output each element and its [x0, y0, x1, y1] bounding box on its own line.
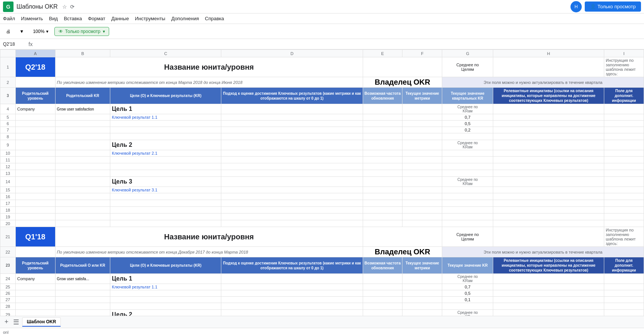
history-icon[interactable]: ⟳ — [70, 4, 75, 10]
cell-e27[interactable] — [363, 297, 402, 303]
unit-title-q2[interactable]: Название юнита/уровня — [55, 57, 363, 77]
cell-a6[interactable] — [15, 121, 55, 127]
cell-c9[interactable]: Цель 2 — [110, 140, 221, 150]
cell-f24[interactable] — [402, 274, 442, 284]
cell-i9[interactable] — [604, 140, 644, 150]
cell-g5[interactable]: 0,7 — [442, 114, 493, 121]
cell-a15[interactable] — [15, 187, 55, 193]
cell-b26[interactable] — [55, 290, 110, 297]
cell-f5[interactable] — [402, 114, 442, 121]
cell-e5[interactable] — [363, 114, 402, 121]
cell-b15[interactable] — [55, 187, 110, 193]
cell-b27[interactable] — [55, 297, 110, 303]
cell-d26[interactable] — [221, 290, 363, 297]
cell-b25[interactable] — [55, 284, 110, 290]
cell-h26[interactable] — [493, 290, 604, 297]
cell-i27[interactable] — [604, 297, 644, 303]
cell-c15[interactable]: Ключевой результат 3.1 — [110, 187, 221, 193]
cell-e15[interactable] — [363, 187, 402, 193]
cell-h10[interactable] — [493, 150, 604, 157]
cell-g27[interactable]: 0,1 — [442, 297, 493, 303]
cell-i8[interactable] — [604, 133, 644, 140]
cell-c7[interactable] — [110, 127, 221, 133]
cell-d25[interactable] — [221, 284, 363, 290]
cell-f9[interactable] — [402, 140, 442, 150]
cell-f26[interactable] — [402, 290, 442, 297]
cell-h24[interactable] — [493, 274, 604, 284]
cell-b10[interactable] — [55, 150, 110, 157]
cell-b6[interactable] — [55, 121, 110, 127]
cell-e9[interactable] — [363, 140, 402, 150]
cell-h15[interactable] — [493, 187, 604, 193]
cell-f6[interactable] — [402, 121, 442, 127]
quarter-label-q2[interactable]: Q2'18 — [15, 57, 55, 77]
cell-f14[interactable] — [402, 177, 442, 187]
cell-d9[interactable] — [221, 140, 363, 150]
unit-title-q1[interactable]: Название юнита/уровня — [55, 227, 363, 247]
cell-i4[interactable] — [604, 104, 644, 114]
col-c-header[interactable]: C — [110, 50, 221, 57]
cell-c25[interactable]: Ключевой результат 1.1 — [110, 284, 221, 290]
cell-c24[interactable]: Цель 1 — [110, 274, 221, 284]
cell-b7[interactable] — [55, 127, 110, 133]
cell-e7[interactable] — [363, 127, 402, 133]
col-d-header[interactable]: D — [221, 50, 363, 57]
cell-h4[interactable] — [493, 104, 604, 114]
cell-e6[interactable] — [363, 121, 402, 127]
cell-f15[interactable] — [402, 187, 442, 193]
cell-i5[interactable] — [604, 114, 644, 121]
menu-insert[interactable]: Вставка — [64, 16, 82, 21]
cell-e26[interactable] — [363, 290, 402, 297]
cell-g15[interactable] — [442, 187, 493, 193]
cell-i24[interactable] — [604, 274, 644, 284]
share-button[interactable]: 👤 Только просмотр — [585, 1, 641, 12]
cell-i14[interactable] — [604, 177, 644, 187]
cell-i15[interactable] — [604, 187, 644, 193]
col-h-header[interactable]: H — [493, 50, 604, 57]
cell-a10[interactable] — [15, 150, 55, 157]
cell-h8[interactable] — [493, 133, 604, 140]
menu-help[interactable]: Справка — [205, 16, 224, 21]
cell-e8[interactable] — [363, 133, 402, 140]
cell-h7[interactable] — [493, 127, 604, 133]
cell-i25[interactable] — [604, 284, 644, 290]
menu-addons[interactable]: Дополнения — [171, 16, 199, 21]
menu-data[interactable]: Данные — [111, 16, 129, 21]
cell-h25[interactable] — [493, 284, 604, 290]
cell-d4[interactable] — [221, 104, 363, 114]
cell-g6[interactable]: 0,5 — [442, 121, 493, 127]
cell-h14[interactable] — [493, 177, 604, 187]
cell-f10[interactable] — [402, 150, 442, 157]
cell-b9[interactable] — [55, 140, 110, 150]
cell-c5[interactable]: Ключевой результат 1.1 — [110, 114, 221, 121]
cell-f4[interactable] — [402, 104, 442, 114]
cell-c27[interactable] — [110, 297, 221, 303]
cell-c6[interactable] — [110, 121, 221, 127]
sheet-tab-okr[interactable]: Шаблон OKR — [22, 317, 61, 327]
cell-f7[interactable] — [402, 127, 442, 133]
cell-a25[interactable] — [15, 284, 55, 290]
cell-c14[interactable]: Цель 3 — [110, 177, 221, 187]
cell-g10[interactable] — [442, 150, 493, 157]
cell-d7[interactable] — [221, 127, 363, 133]
filter-button[interactable]: ▼ — [17, 27, 27, 36]
cell-d8[interactable] — [221, 133, 363, 140]
col-a-header[interactable]: A — [15, 50, 55, 57]
col-i-header[interactable]: I — [604, 50, 644, 57]
menu-format[interactable]: Формат — [88, 16, 105, 21]
cell-b14[interactable] — [55, 177, 110, 187]
cell-f27[interactable] — [402, 297, 442, 303]
cell-d5[interactable] — [221, 114, 363, 121]
cell-d6[interactable] — [221, 121, 363, 127]
owner-title-q1[interactable]: Владелец OKR — [363, 247, 442, 257]
menu-sheet-button[interactable]: ☰ — [12, 318, 21, 326]
cell-d24[interactable] — [221, 274, 363, 284]
menu-edit[interactable]: Изменить — [21, 16, 43, 21]
cell-a7[interactable] — [15, 127, 55, 133]
owner-title-q2[interactable]: Владелец OKR — [363, 77, 442, 88]
cell-d27[interactable] — [221, 297, 363, 303]
cell-a4[interactable]: Company — [15, 104, 55, 114]
cell-d10[interactable] — [221, 150, 363, 157]
cell-a24[interactable]: Company — [15, 274, 55, 284]
menu-tools[interactable]: Инструменты — [135, 16, 165, 21]
